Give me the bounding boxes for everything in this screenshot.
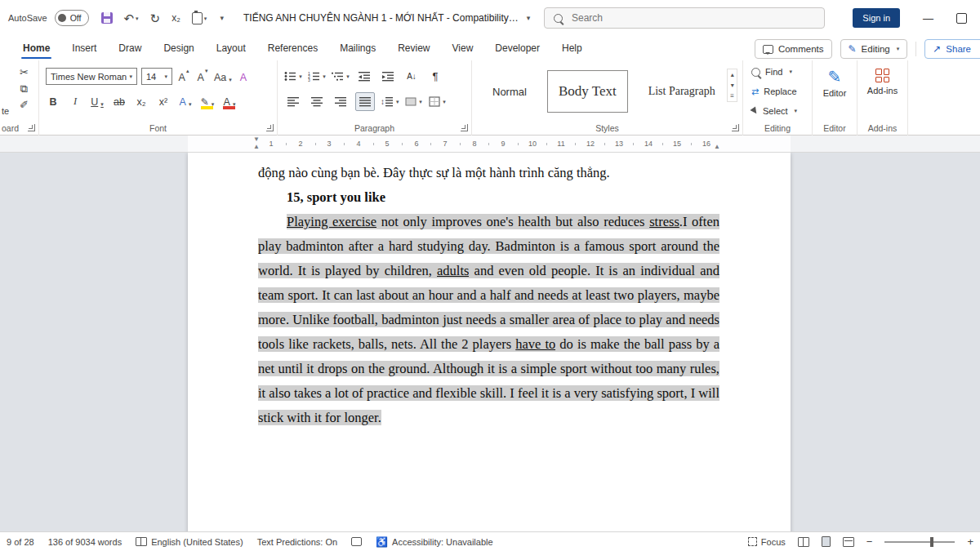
font-size-combo[interactable]: 14▾ bbox=[141, 68, 172, 85]
heading-sport-you-like[interactable]: 15, sport you like bbox=[258, 185, 719, 210]
align-left-button[interactable] bbox=[284, 93, 302, 110]
styles-scroll-down-icon[interactable]: ▾ bbox=[731, 82, 734, 89]
editing-mode-button[interactable]: ✎Editing▾ bbox=[840, 39, 908, 59]
customize-qat-icon[interactable]: ▾ bbox=[220, 15, 224, 22]
zoom-out-button[interactable]: − bbox=[866, 535, 873, 548]
tab-references[interactable]: References bbox=[266, 38, 319, 59]
multilevel-list-button[interactable]: ▾ bbox=[332, 68, 350, 85]
increase-indent-button[interactable] bbox=[379, 68, 397, 85]
numbering-button[interactable]: 123▾ bbox=[308, 68, 326, 85]
format-painter-icon[interactable]: ✐ bbox=[20, 100, 29, 110]
font-color-button[interactable]: A▾ bbox=[222, 92, 237, 109]
strikethrough-button[interactable]: ab bbox=[112, 92, 127, 109]
change-case-button[interactable]: Aa▾ bbox=[214, 68, 232, 85]
tab-mailings[interactable]: Mailings bbox=[338, 38, 377, 59]
focus-button[interactable]: Focus bbox=[748, 537, 786, 547]
justify-button[interactable] bbox=[355, 92, 375, 111]
undo-dropdown-icon[interactable]: ▾ bbox=[136, 16, 139, 21]
title-chevron-icon[interactable]: ▾ bbox=[527, 14, 531, 22]
replace-button[interactable]: ⇄Replace bbox=[751, 83, 812, 100]
grow-font-button[interactable]: A▴ bbox=[176, 68, 191, 85]
search-box[interactable] bbox=[544, 7, 825, 29]
tab-home[interactable]: Home bbox=[21, 38, 51, 59]
recording-button[interactable] bbox=[351, 537, 362, 546]
page-indicator[interactable]: 9 of 28 bbox=[7, 537, 34, 547]
zoom-in-button[interactable]: + bbox=[967, 535, 973, 548]
decrease-indent-button[interactable] bbox=[355, 68, 373, 85]
comments-button[interactable]: Comments bbox=[755, 39, 832, 59]
zoom-slider[interactable] bbox=[884, 541, 955, 543]
bold-button[interactable]: B bbox=[46, 92, 60, 109]
shrink-font-button[interactable]: A▾ bbox=[195, 68, 210, 85]
search-input[interactable] bbox=[570, 11, 777, 24]
paste-qat-icon[interactable]: ▾ bbox=[192, 12, 207, 24]
share-button[interactable]: ↗Share bbox=[924, 39, 980, 59]
tab-insert[interactable]: Insert bbox=[70, 38, 98, 59]
read-mode-button[interactable] bbox=[798, 537, 809, 547]
clear-formatting-button[interactable]: A bbox=[236, 68, 251, 85]
undo-icon[interactable]: ↶▾ bbox=[124, 12, 139, 24]
cut-icon[interactable]: ✂ bbox=[20, 67, 29, 78]
ruler[interactable]: 1 2 3 4 5 6 7 8 9 10 11 12 13 14 15 16 ▼… bbox=[0, 136, 980, 153]
style-body-text[interactable]: Body Text bbox=[547, 70, 628, 113]
sort-button[interactable]: A↓ bbox=[403, 68, 421, 85]
paragraph-dialog-launcher-icon[interactable] bbox=[461, 124, 468, 131]
clipboard-dialog-launcher-icon[interactable] bbox=[28, 124, 35, 131]
superscript-button[interactable]: x² bbox=[156, 92, 171, 109]
tab-layout[interactable]: Layout bbox=[215, 38, 247, 59]
text-effects-button[interactable]: A▾ bbox=[178, 92, 193, 109]
tab-developer[interactable]: Developer bbox=[493, 38, 541, 59]
underline-button[interactable]: U▾ bbox=[90, 92, 105, 109]
first-line-indent-marker[interactable]: ▼ bbox=[253, 136, 260, 143]
font-name-combo[interactable]: Times New Roman▾ bbox=[46, 68, 137, 85]
find-button[interactable]: Find▾ bbox=[751, 64, 812, 80]
save-icon[interactable] bbox=[101, 12, 113, 24]
word-count[interactable]: 136 of 9034 words bbox=[48, 537, 122, 547]
select-button[interactable]: Select▾ bbox=[751, 103, 812, 119]
borders-button[interactable]: ▾ bbox=[429, 93, 447, 110]
line-spacing-button[interactable]: ↕▾ bbox=[381, 93, 399, 110]
shading-button[interactable]: ▾ bbox=[405, 93, 423, 110]
web-layout-button[interactable] bbox=[843, 537, 854, 547]
document-page[interactable]: động nào cùng bạn bè. Đây thực sự là một… bbox=[188, 153, 791, 531]
highlight-color-button[interactable]: ✎▾ bbox=[200, 92, 215, 109]
editor-button[interactable]: ✎ Editor bbox=[813, 69, 857, 98]
tab-review[interactable]: Review bbox=[396, 38, 431, 59]
zoom-slider-handle[interactable] bbox=[930, 537, 933, 547]
subscript-qat-icon[interactable]: x₂ bbox=[172, 13, 180, 23]
addins-button[interactable]: Add-ins bbox=[858, 69, 907, 96]
align-right-button[interactable] bbox=[332, 93, 350, 110]
tab-help[interactable]: Help bbox=[560, 38, 584, 59]
italic-button[interactable]: I bbox=[68, 92, 82, 109]
styles-scroll-up-icon[interactable]: ▴ bbox=[731, 71, 734, 78]
subscript-button[interactable]: x₂ bbox=[134, 92, 149, 109]
maximize-button[interactable] bbox=[956, 13, 967, 24]
document-area[interactable]: động nào cùng bạn bè. Đây thực sự là một… bbox=[0, 153, 980, 531]
proofing-button[interactable]: English (United States) bbox=[136, 537, 243, 547]
align-center-button[interactable] bbox=[308, 93, 326, 110]
sign-in-button[interactable]: Sign in bbox=[853, 8, 900, 28]
copy-icon[interactable]: ⧉ bbox=[20, 83, 28, 94]
text-predictions-toggle[interactable]: Text Predictions: On bbox=[257, 537, 337, 547]
styles-more-icon[interactable]: ≡ bbox=[730, 92, 734, 100]
tab-draw[interactable]: Draw bbox=[117, 38, 143, 59]
autosave-toggle[interactable]: Off bbox=[55, 10, 89, 26]
style-normal[interactable]: Normal bbox=[482, 70, 537, 113]
print-layout-button[interactable] bbox=[822, 536, 831, 547]
left-indent-marker[interactable]: ▲ bbox=[253, 144, 260, 150]
minimize-button[interactable]: — bbox=[923, 12, 933, 24]
show-formatting-button[interactable]: ¶ bbox=[426, 68, 444, 85]
paste-dropdown-icon[interactable]: ▾ bbox=[204, 16, 207, 21]
right-indent-marker[interactable]: ▲ bbox=[714, 144, 720, 150]
redo-icon[interactable]: ↻ bbox=[150, 12, 161, 24]
accessibility-checker[interactable]: ♿Accessibility: Unavailable bbox=[376, 536, 492, 548]
tab-view[interactable]: View bbox=[451, 38, 475, 59]
paste-label-partial[interactable]: te bbox=[2, 106, 9, 116]
tab-design[interactable]: Design bbox=[162, 38, 195, 59]
bullets-button[interactable]: ▾ bbox=[284, 68, 302, 85]
style-list-paragraph[interactable]: List Paragraph bbox=[638, 70, 726, 113]
styles-dialog-launcher-icon[interactable] bbox=[732, 124, 739, 131]
paragraph-previous[interactable]: động nào cùng bạn bè. Đây thực sự là một… bbox=[258, 161, 719, 185]
document-title-area[interactable]: TIẾNG ANH CHUYÊN NGÀNH 1 - MỚI NHẤT - Co… bbox=[243, 0, 530, 36]
font-dialog-launcher-icon[interactable] bbox=[266, 124, 274, 131]
